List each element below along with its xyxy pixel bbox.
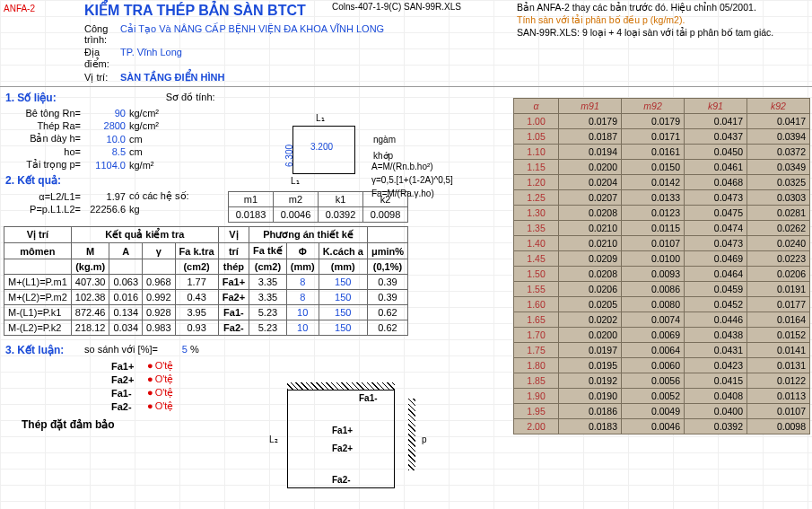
fa-label: Fa2+ [111,374,147,385]
th: mômen [4,243,72,259]
formula-A: A=M/(Rn.b.ho²) [371,160,453,173]
alpha-cell: 0.0392 [685,419,747,434]
alpha-cell: 0.0206 [559,282,622,297]
alpha-cell: 0.0349 [747,160,809,175]
alpha-cell: 0.0461 [685,160,747,175]
param-unit: kg/cm² [129,120,174,131]
alpha-cell: 0.0452 [685,297,747,312]
P-label: P=p.L1.L2= [4,204,84,215]
th: Kết quả kiểm tra [71,227,218,243]
table-cell: 150 [319,290,367,305]
alpha-cell: 0.0074 [622,312,685,328]
th: trí [218,243,249,259]
table-cell: Fa1+ [218,275,249,290]
th [367,227,407,243]
coef-head: m1 [229,192,274,207]
alpha-th: k92 [747,99,809,114]
th: (mm) [319,259,367,275]
alpha-cell: 1.55 [514,282,559,297]
alpha-text: có các hệ số: [129,190,189,202]
table-cell: Fa2- [218,320,249,336]
alpha-cell: 1.15 [514,160,559,175]
alpha-cell: 0.0423 [685,358,747,373]
cmp-label: so sánh với [%]= [84,344,158,355]
dim-630: 6.300 [284,145,294,167]
th: Φ [286,243,319,259]
note2: Tính sàn với tải phân bố đều p (kg/m2). [517,14,807,25]
table-cell: 218.12 [71,320,109,336]
alpha-cell: 0.0400 [685,404,747,419]
alpha-cell: 0.0475 [685,206,747,221]
coef-val: 0.0046 [274,207,319,223]
bd-p: p [422,434,427,444]
th: (mm) [286,259,319,275]
alpha-cell: 0.0064 [622,343,685,358]
table-cell: 0.62 [367,320,407,336]
param-unit: kg/cm² [129,108,174,118]
sodo-label: Sơ đồ tính: [166,89,215,107]
alpha-th: m91 [559,99,622,114]
alpha-cell: 0.0474 [685,221,747,236]
alpha-cell: 0.0417 [747,114,809,129]
status-badge: ●O'tệ [147,387,173,399]
param-unit: cm [129,134,174,145]
table-cell: M+(L1)=P.m1 [4,275,72,290]
alpha-cell: 1.60 [514,297,559,312]
congtrinh-label: Công trình: [4,23,120,45]
alpha-cell: 0.0372 [747,145,809,160]
dim-L1v: 3.200 [310,142,333,152]
alpha-cell: 0.0093 [622,267,685,282]
alpha-cell: 0.0408 [685,389,747,404]
alpha-cell: 0.0142 [622,175,685,190]
alpha-cell: 0.0303 [747,190,809,206]
table-cell: 0.992 [143,290,176,305]
param-unit: cm [129,146,174,157]
alpha-cell: 0.0049 [622,404,685,419]
P-unit: kg [129,204,140,215]
alpha-table: αm91m92k91k921.000.01790.01790.04170.041… [513,98,810,434]
alpha-cell: 0.0209 [559,251,622,267]
alpha-cell: 0.0098 [747,419,809,434]
alpha-cell: 0.0183 [559,419,622,434]
alpha-cell: 0.0107 [622,236,685,251]
th [143,259,176,275]
alpha-cell: 1.35 [514,221,559,236]
coef-head: m2 [274,192,319,207]
table-cell: M+(L2)=P.m2 [4,290,72,305]
alpha-cell: 0.0187 [559,129,622,145]
th: K.cách a [319,243,367,259]
note3: SAN-99R.XLS: 9 loại + 4 loại sàn với tải… [517,27,807,38]
table-cell: 0.928 [143,305,176,320]
alpha-cell: 0.0131 [747,358,809,373]
bd-L2: L₂ [269,434,278,444]
table-cell: 3.95 [175,305,218,320]
vitri-value: SÀN TẦNG ĐIỂN HÌNH [120,72,224,83]
coef-val: 0.0098 [363,207,408,223]
alpha-cell: 0.0202 [559,312,622,328]
alpha-cell: 1.90 [514,389,559,404]
table-cell: 8 [286,290,319,305]
alpha-cell: 0.0281 [747,206,809,221]
alpha-cell: 0.0161 [622,145,685,160]
table-cell: 8 [286,275,319,290]
table-cell: 150 [319,305,367,320]
alpha-cell: 0.0208 [559,267,622,282]
table-cell: 0.43 [175,290,218,305]
alpha-cell: 0.0450 [685,145,747,160]
alpha-cell: 0.0133 [622,190,685,206]
th: Phương án thiết kế [249,227,368,243]
alpha-cell: 0.0113 [747,389,809,404]
alpha-value: 1.97 [84,191,129,202]
th: γ [143,243,176,259]
alpha-cell: 0.0208 [559,206,622,221]
alpha-cell: 0.0086 [622,282,685,297]
alpha-th: α [514,99,559,114]
dim-L1: L₁ [316,113,325,123]
table-cell: 0.034 [109,320,143,336]
alpha-cell: 0.0056 [622,373,685,389]
alpha-cell: 0.0177 [747,297,809,312]
table-cell: 0.063 [109,275,143,290]
param-value: 1104.0 [84,160,129,171]
alpha-cell: 1.70 [514,328,559,343]
table-cell: 0.39 [367,275,407,290]
